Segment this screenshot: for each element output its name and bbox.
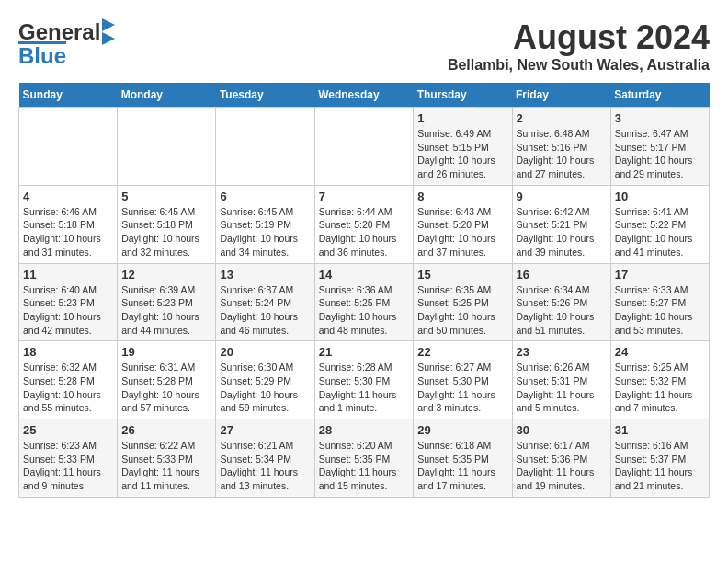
day-info: Sunrise: 6:45 AM Sunset: 5:19 PM Dayligh…: [220, 205, 310, 259]
daylight: Daylight: 11 hours and 3 minutes.: [417, 389, 495, 414]
day-number: 25: [23, 423, 113, 437]
day-number: 29: [417, 423, 507, 437]
col-monday: Monday: [118, 83, 216, 108]
logo-arrow-top: [102, 18, 115, 31]
day-cell: 29 Sunrise: 6:18 AM Sunset: 5:35 PM Dayl…: [414, 419, 512, 498]
day-info: Sunrise: 6:20 AM Sunset: 5:35 PM Dayligh…: [319, 439, 410, 493]
day-cell: 1 Sunrise: 6:49 AM Sunset: 5:15 PM Dayli…: [414, 108, 512, 186]
day-number: 5: [121, 190, 211, 203]
sunrise: Sunrise: 6:44 AM: [319, 206, 392, 217]
sunset: Sunset: 5:23 PM: [23, 297, 95, 308]
sunset: Sunset: 5:19 PM: [220, 219, 291, 230]
sunrise: Sunrise: 6:46 AM: [23, 206, 97, 217]
daylight: Daylight: 10 hours and 32 minutes.: [121, 233, 199, 258]
day-info: Sunrise: 6:43 AM Sunset: 5:20 PM Dayligh…: [417, 205, 507, 259]
col-thursday: Thursday: [414, 83, 512, 108]
day-cell: 13 Sunrise: 6:37 AM Sunset: 5:24 PM Dayl…: [216, 263, 314, 341]
sunrise: Sunrise: 6:30 AM: [220, 362, 293, 373]
logo: General Blue: [18, 18, 115, 66]
day-cell: 25 Sunrise: 6:23 AM Sunset: 5:33 PM Dayl…: [19, 419, 118, 498]
daylight: Daylight: 11 hours and 13 minutes.: [220, 466, 298, 491]
sunset: Sunset: 5:35 PM: [417, 454, 489, 465]
day-number: 8: [417, 190, 507, 203]
col-saturday: Saturday: [610, 83, 709, 108]
day-info: Sunrise: 6:36 AM Sunset: 5:25 PM Dayligh…: [319, 283, 410, 338]
day-cell: 28 Sunrise: 6:20 AM Sunset: 5:35 PM Dayl…: [314, 419, 414, 498]
sunrise: Sunrise: 6:43 AM: [417, 206, 491, 217]
day-number: 20: [220, 345, 310, 359]
sunset: Sunset: 5:34 PM: [220, 454, 291, 465]
sunset: Sunset: 5:37 PM: [615, 454, 687, 465]
daylight: Daylight: 10 hours and 39 minutes.: [517, 233, 595, 258]
sunrise: Sunrise: 6:36 AM: [319, 284, 392, 295]
day-cell: 14 Sunrise: 6:36 AM Sunset: 5:25 PM Dayl…: [314, 263, 414, 341]
day-cell: 10 Sunrise: 6:41 AM Sunset: 5:22 PM Dayl…: [610, 185, 709, 263]
daylight: Daylight: 10 hours and 29 minutes.: [615, 155, 693, 179]
sunrise: Sunrise: 6:40 AM: [23, 284, 97, 295]
day-cell: 23 Sunrise: 6:26 AM Sunset: 5:31 PM Dayl…: [512, 341, 610, 419]
sunrise: Sunrise: 6:37 AM: [220, 284, 293, 295]
daylight: Daylight: 10 hours and 55 minutes.: [23, 389, 101, 414]
daylight: Daylight: 11 hours and 5 minutes.: [517, 389, 595, 414]
day-info: Sunrise: 6:17 AM Sunset: 5:36 PM Dayligh…: [517, 439, 607, 493]
daylight: Daylight: 11 hours and 17 minutes.: [417, 466, 495, 491]
sunset: Sunset: 5:36 PM: [517, 454, 588, 465]
day-number: 7: [319, 190, 410, 203]
sunrise: Sunrise: 6:21 AM: [220, 440, 293, 451]
day-number: 28: [319, 423, 410, 437]
day-number: 1: [417, 111, 507, 125]
sunset: Sunset: 5:28 PM: [121, 375, 193, 386]
day-number: 18: [23, 345, 113, 359]
day-cell: 15 Sunrise: 6:35 AM Sunset: 5:25 PM Dayl…: [414, 263, 512, 341]
day-info: Sunrise: 6:33 AM Sunset: 5:27 PM Dayligh…: [615, 283, 705, 338]
day-number: 16: [517, 268, 607, 282]
day-cell: 17 Sunrise: 6:33 AM Sunset: 5:27 PM Dayl…: [610, 263, 709, 341]
day-info: Sunrise: 6:39 AM Sunset: 5:23 PM Dayligh…: [121, 283, 211, 338]
sunrise: Sunrise: 6:42 AM: [517, 206, 590, 217]
day-number: 23: [517, 345, 607, 359]
sunset: Sunset: 5:30 PM: [319, 375, 391, 386]
sunset: Sunset: 5:20 PM: [319, 219, 391, 230]
day-number: 31: [615, 423, 705, 437]
week-row-0: 1 Sunrise: 6:49 AM Sunset: 5:15 PM Dayli…: [19, 108, 710, 186]
daylight: Daylight: 10 hours and 37 minutes.: [417, 233, 495, 258]
sunset: Sunset: 5:26 PM: [517, 297, 588, 308]
day-info: Sunrise: 6:48 AM Sunset: 5:16 PM Dayligh…: [517, 127, 607, 181]
sunrise: Sunrise: 6:18 AM: [417, 440, 491, 451]
day-cell: 24 Sunrise: 6:25 AM Sunset: 5:32 PM Dayl…: [610, 341, 709, 419]
day-info: Sunrise: 6:37 AM Sunset: 5:24 PM Dayligh…: [220, 283, 310, 338]
daylight: Daylight: 10 hours and 42 minutes.: [23, 311, 101, 336]
sunrise: Sunrise: 6:17 AM: [517, 440, 590, 451]
week-row-2: 11 Sunrise: 6:40 AM Sunset: 5:23 PM Dayl…: [19, 263, 710, 341]
day-number: 27: [220, 423, 310, 437]
day-number: 30: [517, 423, 607, 437]
sunset: Sunset: 5:21 PM: [517, 219, 588, 230]
col-tuesday: Tuesday: [216, 83, 314, 108]
day-info: Sunrise: 6:45 AM Sunset: 5:18 PM Dayligh…: [121, 205, 211, 259]
sunset: Sunset: 5:32 PM: [615, 375, 687, 386]
sunrise: Sunrise: 6:25 AM: [615, 362, 688, 373]
sunset: Sunset: 5:16 PM: [517, 142, 588, 153]
daylight: Daylight: 10 hours and 41 minutes.: [615, 233, 693, 258]
sunrise: Sunrise: 6:49 AM: [417, 128, 491, 139]
page-title: August 2024: [448, 18, 710, 57]
sunset: Sunset: 5:18 PM: [121, 219, 193, 230]
day-cell: 21 Sunrise: 6:28 AM Sunset: 5:30 PM Dayl…: [314, 341, 414, 419]
sunset: Sunset: 5:29 PM: [220, 375, 291, 386]
day-number: 15: [417, 268, 507, 282]
day-cell: 9 Sunrise: 6:42 AM Sunset: 5:21 PM Dayli…: [512, 185, 610, 263]
sunrise: Sunrise: 6:32 AM: [23, 362, 97, 373]
day-number: 21: [319, 345, 410, 359]
sunset: Sunset: 5:17 PM: [615, 142, 687, 153]
sunrise: Sunrise: 6:23 AM: [23, 440, 97, 451]
daylight: Daylight: 10 hours and 59 minutes.: [220, 389, 298, 414]
sunrise: Sunrise: 6:27 AM: [417, 362, 491, 373]
day-info: Sunrise: 6:26 AM Sunset: 5:31 PM Dayligh…: [517, 361, 607, 415]
daylight: Daylight: 10 hours and 44 minutes.: [121, 311, 199, 336]
day-info: Sunrise: 6:31 AM Sunset: 5:28 PM Dayligh…: [121, 361, 211, 415]
day-number: 22: [417, 345, 507, 359]
sunrise: Sunrise: 6:47 AM: [615, 128, 688, 139]
day-cell: 4 Sunrise: 6:46 AM Sunset: 5:18 PM Dayli…: [19, 185, 118, 263]
day-cell: 27 Sunrise: 6:21 AM Sunset: 5:34 PM Dayl…: [216, 419, 314, 498]
page-header: General Blue August 2024 Bellambi, New S…: [18, 18, 710, 74]
